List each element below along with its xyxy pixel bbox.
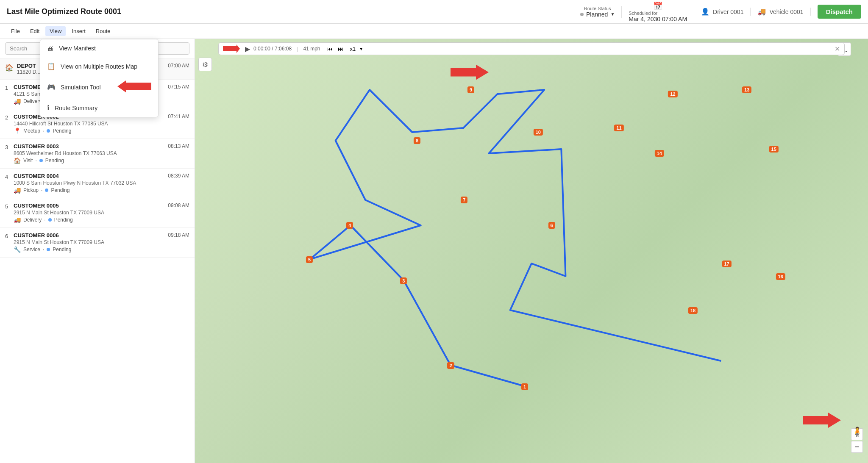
pending-dot — [47, 248, 50, 251]
table-row[interactable]: 5 CUSTOMER 0005 2915 N Main St Houston T… — [0, 198, 195, 228]
route-status-label: Route Status — [584, 6, 611, 11]
scheduled-value: Mar 4, 2030 07:00 AM — [629, 16, 687, 22]
pending-dot — [45, 189, 48, 192]
vehicle-label: Vehicle 0001 — [769, 8, 803, 15]
red-arrow-right-bottom — [803, 413, 841, 429]
menu-edit[interactable]: Edit — [26, 26, 44, 36]
menu-route[interactable]: Route — [92, 26, 115, 36]
map-pin-13[interactable]: 13 — [742, 86, 751, 93]
pending-dot — [39, 159, 43, 162]
simulation-tool-label: Simulation Tool — [61, 84, 101, 91]
dispatch-button[interactable]: Dispatch — [818, 5, 861, 19]
route-svg — [195, 39, 868, 463]
map-pin-5[interactable]: 5 — [306, 256, 313, 263]
meetup-icon: 📍 — [14, 128, 21, 134]
map-pin-9[interactable]: 9 — [467, 86, 474, 93]
header: Last Mile Optimized Route 0001 Route Sta… — [0, 0, 868, 24]
info-icon: ℹ — [47, 104, 50, 112]
route-status-block: Route Status Planned ▼ — [580, 6, 622, 18]
map-pin-4[interactable]: 4 — [346, 222, 353, 229]
depot-name: DEPOT — [17, 63, 40, 69]
playback-speed: 41 mph — [303, 46, 320, 52]
route-status-value[interactable]: Planned ▼ — [580, 11, 615, 18]
svg-marker-0 — [451, 65, 489, 80]
person-icon: 👤 — [701, 8, 709, 16]
map-pin-2[interactable]: 2 — [447, 362, 454, 369]
map-pin-12[interactable]: 12 — [668, 91, 677, 97]
route-summary-item[interactable]: ℹ Route Summary — [40, 99, 158, 117]
table-row[interactable]: 4 CUSTOMER 0004 1000 S Sam Houston Pkwy … — [0, 169, 195, 198]
table-row[interactable]: 3 CUSTOMER 0003 8605 Westheimer Rd Houst… — [0, 139, 195, 169]
zoom-out-button[interactable]: − — [851, 441, 863, 453]
service-icon: 🔧 — [14, 246, 21, 253]
settings-button[interactable]: ⚙ — [198, 58, 212, 71]
route-summary-label: Route Summary — [55, 105, 97, 111]
map-pin-15[interactable]: 15 — [769, 146, 779, 152]
svg-marker-2 — [117, 80, 151, 92]
scheduled-label: Scheduled for — [629, 11, 687, 16]
table-row[interactable]: 6 CUSTOMER 0006 2915 N Main St Houston T… — [0, 228, 195, 258]
map-pin-7[interactable]: 7 — [461, 197, 467, 203]
speed-multiplier[interactable]: x1 — [350, 46, 356, 52]
chevron-down-icon[interactable]: ▼ — [359, 47, 363, 51]
prev-frame-button[interactable]: ⏮ — [327, 46, 333, 52]
map-pin-17[interactable]: 17 — [722, 261, 731, 267]
stop-list: 🏠 DEPOT 11820 D... 07:00 AM 1 CUSTOMER 0… — [0, 58, 195, 463]
view-multiple-routes-item[interactable]: 📋 View on Multiple Routes Map — [40, 57, 158, 75]
pending-dot — [48, 218, 52, 222]
map-placeholder: ⚙ ⛶ ▶ 0:00:00 / 7:06:08 | 41 mph ⏮ ⏭ x1 … — [195, 39, 868, 463]
map-pin-16[interactable]: 16 — [776, 273, 785, 280]
view-dropdown-menu: 🖨 View Manifest 📋 View on Multiple Route… — [40, 39, 159, 117]
map-multi-icon: 📋 — [47, 62, 56, 70]
route-arrow-indicator — [223, 44, 240, 53]
play-button[interactable]: ▶ — [245, 45, 250, 53]
close-playback-button[interactable]: ✕ — [835, 45, 840, 53]
page-title: Last Mile Optimized Route 0001 — [7, 7, 121, 16]
vehicle-block[interactable]: 🚚 Vehicle 0001 — [757, 8, 810, 16]
menubar: File Edit View Insert Route — [0, 24, 868, 39]
status-dot — [580, 13, 584, 16]
map-pin-18[interactable]: 18 — [688, 307, 698, 314]
depot-address: 11820 D... — [17, 69, 40, 75]
view-multiple-routes-label: View on Multiple Routes Map — [61, 63, 137, 70]
driver-block[interactable]: 👤 Driver 0001 — [701, 8, 751, 16]
route-status-text: Planned — [586, 11, 608, 18]
pickup-icon: 🚚 — [14, 187, 21, 194]
svg-marker-1 — [803, 413, 841, 428]
view-manifest-item[interactable]: 🖨 View Manifest — [40, 39, 158, 57]
map-pin-14[interactable]: 14 — [655, 150, 664, 157]
simulation-icon: 🎮 — [47, 83, 56, 91]
delivery-icon: 🚚 — [14, 98, 21, 105]
driver-label: Driver 0001 — [713, 8, 743, 15]
menu-view[interactable]: View — [45, 26, 66, 36]
map-pin-3[interactable]: 3 — [400, 277, 407, 284]
map-area: ⚙ ⛶ ▶ 0:00:00 / 7:06:08 | 41 mph ⏮ ⏭ x1 … — [195, 39, 868, 463]
calendar-icon: 📅 — [653, 1, 662, 11]
depot-info: DEPOT 11820 D... — [17, 63, 40, 75]
visit-icon: 🏠 — [14, 157, 21, 164]
print-icon: 🖨 — [47, 44, 54, 52]
depot-time: 07:00 AM — [168, 63, 189, 69]
chevron-down-icon[interactable]: ▼ — [610, 12, 615, 17]
depot-icon: 🏠 — [5, 64, 14, 72]
menu-file[interactable]: File — [7, 26, 24, 36]
scheduled-block: 📅 Scheduled for Mar 4, 2030 07:00 AM — [629, 1, 694, 22]
truck-icon: 🚚 — [757, 8, 766, 16]
next-frame-button[interactable]: ⏭ — [338, 46, 343, 52]
delivery-icon: 🚚 — [14, 216, 21, 223]
playback-progress: 0:00:00 / 7:06:08 — [253, 46, 292, 52]
map-pin-6[interactable]: 6 — [548, 222, 555, 229]
map-pin-1[interactable]: 1 — [521, 383, 528, 390]
map-pin-11[interactable]: 11 — [614, 125, 623, 131]
simulation-tool-item[interactable]: 🎮 Simulation Tool — [40, 75, 158, 99]
playback-bar: ▶ 0:00:00 / 7:06:08 | 41 mph ⏮ ⏭ x1 ▼ ✕ — [218, 42, 845, 55]
view-manifest-label: View Manifest — [59, 45, 96, 52]
red-arrow-right-top — [451, 65, 489, 81]
map-pin-8[interactable]: 8 — [414, 137, 420, 144]
map-pin-10[interactable]: 10 — [534, 129, 543, 136]
menu-insert[interactable]: Insert — [67, 26, 90, 36]
streetview-button[interactable]: 🧍 — [851, 427, 863, 438]
pending-dot — [47, 129, 50, 133]
red-arrow-left — [117, 80, 151, 94]
